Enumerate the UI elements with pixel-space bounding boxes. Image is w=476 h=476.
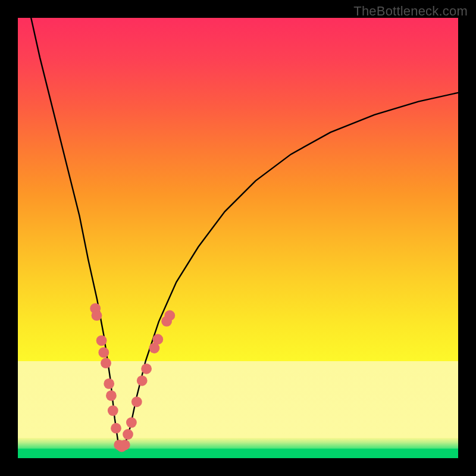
watermark-text: TheBottleneck.com xyxy=(353,4,468,19)
chart-svg xyxy=(18,18,458,458)
plot-area xyxy=(18,18,458,458)
right-arm-dot xyxy=(141,364,152,374)
left-arm-dot xyxy=(111,423,121,434)
bottleneck-curve xyxy=(31,18,458,449)
left-arm-dot xyxy=(98,347,109,358)
left-arm-dot xyxy=(92,310,102,321)
data-points xyxy=(90,303,175,452)
left-arm-dot xyxy=(106,390,117,401)
valley-dot xyxy=(120,440,130,450)
right-arm-dot xyxy=(137,375,148,386)
left-arm-dot xyxy=(104,378,114,389)
right-arm-dot xyxy=(164,310,175,321)
right-arm-dot xyxy=(123,429,133,440)
left-arm-dot xyxy=(108,405,118,416)
left-arm-dot xyxy=(101,358,111,368)
right-arm-dot xyxy=(126,417,137,428)
left-arm-dot xyxy=(96,336,107,346)
right-arm-dot xyxy=(152,334,163,345)
right-arm-dot xyxy=(131,396,142,407)
frame: TheBottleneck.com xyxy=(0,0,476,476)
